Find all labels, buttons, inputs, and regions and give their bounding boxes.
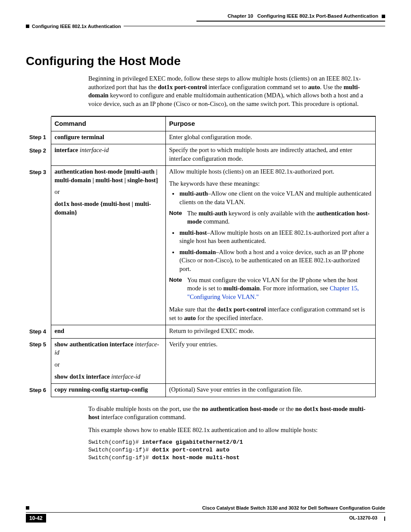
table-row: Step 6 copy running-config startup-confi… (26, 384, 376, 397)
subheader-square-icon (26, 25, 29, 28)
page-footer: Cisco Catalyst Blade Switch 3130 and 303… (26, 505, 385, 523)
table-row: Step 4 end Return to privileged EXEC mod… (26, 325, 376, 339)
chapter-number: Chapter 10 (227, 13, 253, 20)
code-example: Switch(config)# interface gigabitetherne… (88, 439, 376, 461)
subheader-title: Configuring IEEE 802.1x Authentication (32, 23, 121, 30)
header-command: Command (51, 116, 165, 131)
step-label: Step 1 (26, 131, 51, 144)
step-label: Step 5 (26, 338, 51, 383)
section-title: Configuring the Host Mode (26, 53, 385, 69)
chapter-title: Configuring IEEE 802.1x Port-Based Authe… (257, 13, 378, 20)
header-square-icon (382, 15, 385, 18)
intro-paragraph: Beginning in privileged EXEC mode, follo… (88, 75, 376, 108)
sub-header: Configuring IEEE 802.1x Authentication (26, 23, 385, 30)
header-purpose: Purpose (165, 116, 376, 131)
running-header: Chapter 10 Configuring IEEE 802.1x Port-… (26, 13, 385, 20)
page-number-badge: 10-42 (26, 514, 46, 523)
steps-table: Command Purpose Step 1 configure termina… (26, 116, 376, 397)
table-row: Step 5 show authentication interface int… (26, 338, 376, 383)
footer-square-icon (26, 506, 29, 510)
guide-title: Cisco Catalyst Blade Switch 3130 and 303… (202, 505, 385, 511)
table-row: Step 2 interface interface-id Specify th… (26, 144, 376, 166)
step-label: Step 3 (26, 166, 51, 325)
note-label: Note (169, 276, 182, 302)
step-label: Step 6 (26, 384, 51, 397)
step-label: Step 2 (26, 144, 51, 166)
table-row: Step 1 configure terminal Enter global c… (26, 131, 376, 144)
after-table-text: To disable multiple hosts on the port, u… (88, 405, 376, 461)
step-label: Step 4 (26, 325, 51, 339)
doc-number: OL-13270-03 (349, 515, 377, 520)
table-row: Step 3 authentication host-mode [multi-a… (26, 166, 376, 325)
note-label: Note (169, 209, 182, 226)
